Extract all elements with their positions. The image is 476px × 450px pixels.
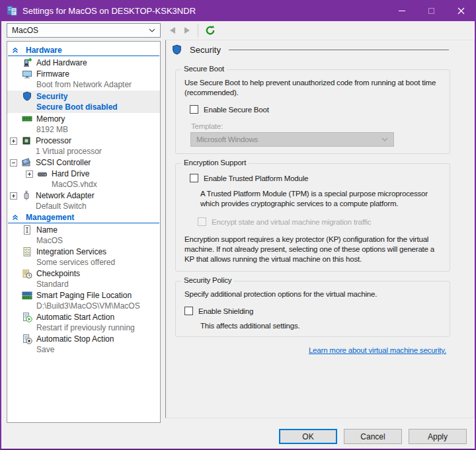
expand-plus-icon[interactable]	[10, 192, 17, 200]
integration-services-icon	[22, 246, 32, 257]
sidebar-item-auto-start[interactable]: Automatic Start Action Restart if previo…	[7, 312, 160, 333]
enable-shielding-row: Enable Shielding	[184, 307, 443, 315]
ok-button[interactable]: OK	[279, 429, 337, 444]
refresh-icon	[205, 25, 216, 36]
toolbar: MacOS	[1, 21, 475, 40]
close-button[interactable]	[446, 0, 476, 21]
group-title: Secure Boot	[181, 65, 227, 73]
encrypt-traffic-row: Encrypt state and virtual machine migrat…	[198, 217, 443, 226]
chevron-down-icon	[149, 28, 155, 32]
toolbar-separator	[198, 24, 198, 37]
title-bar[interactable]: Settings for MacOS on DESKTOP-KSK3NDR	[0, 0, 476, 21]
enable-shielding-checkbox[interactable]	[184, 307, 193, 315]
sidebar-item-add-hardware[interactable]: Add Hardware	[7, 57, 160, 68]
item-sublabel: Standard	[36, 279, 80, 289]
item-label: Hard Drive	[52, 169, 97, 179]
firmware-icon	[22, 69, 32, 79]
minimize-button[interactable]	[387, 0, 416, 21]
security-shield-icon	[22, 91, 32, 102]
sidebar-item-firmware[interactable]: Firmware Boot from Network Adapter	[7, 69, 160, 90]
dialog-body: Hardware Add Hardware Firmware Boot from…	[1, 40, 475, 449]
minimize-icon	[399, 11, 405, 11]
smart-paging-icon	[22, 290, 32, 301]
shielding-note: This affects additional settings.	[200, 322, 443, 330]
pane-header: Security	[171, 44, 449, 56]
item-label: Integration Services	[36, 246, 115, 257]
expand-plus-icon[interactable]	[26, 170, 33, 178]
add-hardware-icon	[22, 57, 32, 68]
sidebar-item-integration-services[interactable]: Integration Services Some services offer…	[7, 246, 160, 268]
link-row: Learn more about virtual machine securit…	[175, 346, 450, 354]
enable-secure-boot-row: Enable Secure Boot	[190, 105, 443, 114]
item-label: Automatic Start Action	[36, 312, 135, 322]
learn-more-link[interactable]: Learn more about virtual machine securit…	[309, 346, 446, 354]
refresh-button[interactable]	[205, 25, 216, 36]
item-sublabel: MacOS	[36, 235, 63, 246]
sidebar-item-hard-drive[interactable]: Hard Drive MacOS.vhdx	[7, 169, 160, 190]
encrypt-traffic-checkbox	[198, 217, 206, 226]
network-adapter-icon	[21, 190, 32, 201]
item-label: Add Hardware	[36, 57, 87, 68]
kp-description: Encryption support requires a key protec…	[184, 235, 443, 264]
settings-pane: Security Secure Boot Use Secure Boot to …	[165, 40, 475, 418]
vm-selector-combobox[interactable]: MacOS	[7, 23, 161, 38]
checkbox-label: Encrypt state and virtual machine migrat…	[212, 218, 371, 226]
group-title: Encryption Support	[181, 159, 249, 167]
item-sublabel: Secure Boot disabled	[36, 102, 118, 112]
item-label: Network Adapter	[36, 190, 95, 201]
policy-description: Specify additional protection options fo…	[184, 289, 443, 299]
collapse-minus-icon[interactable]	[10, 159, 17, 167]
vm-selector-value: MacOS	[12, 26, 149, 35]
checkpoints-icon	[22, 268, 32, 279]
item-label: Memory	[36, 114, 68, 124]
cancel-button[interactable]: Cancel	[344, 429, 402, 444]
chevron-down-icon	[381, 137, 388, 141]
item-sublabel: Save	[36, 344, 114, 355]
sidebar-section-management[interactable]: Management	[7, 212, 160, 223]
item-sublabel: Boot from Network Adapter	[36, 79, 132, 90]
forward-button	[184, 27, 190, 34]
back-button	[170, 27, 175, 34]
item-label: SCSI Controller	[36, 157, 91, 168]
item-sublabel: MacOS.vhdx	[52, 179, 97, 190]
sidebar-item-auto-stop[interactable]: Automatic Stop Action Save	[7, 334, 160, 355]
memory-icon	[22, 114, 32, 124]
secure-boot-group: Secure Boot Use Secure Boot to help prev…	[175, 69, 450, 154]
secure-boot-description: Use Secure Boot to help prevent unauthor…	[184, 78, 443, 98]
collapse-chevron-icon[interactable]	[11, 46, 19, 54]
item-label: Checkpoints	[36, 268, 80, 279]
sidebar-item-smart-paging[interactable]: Smart Paging File Location D:\Build3\Mac…	[7, 290, 160, 311]
pane-title: Security	[190, 45, 221, 55]
encryption-support-group: Encryption Support Enable Trusted Platfo…	[175, 163, 450, 272]
sidebar-item-network-adapter[interactable]: Network Adapter Default Switch	[7, 190, 160, 211]
enable-secure-boot-checkbox[interactable]	[190, 105, 198, 114]
item-label: Smart Paging File Location	[36, 290, 140, 301]
tpm-description: A Trusted Platform Module (TPM) is a spe…	[200, 189, 443, 209]
sidebar-item-memory[interactable]: Memory 8192 MB	[7, 114, 160, 135]
checkbox-label: Enable Shielding	[198, 307, 253, 315]
security-shield-icon	[171, 44, 182, 56]
back-arrow-icon	[170, 27, 175, 34]
section-label: Hardware	[26, 46, 62, 55]
auto-start-icon	[22, 312, 32, 322]
item-label: Firmware	[36, 69, 132, 79]
item-label: Name	[36, 225, 63, 235]
close-icon	[457, 7, 465, 15]
sidebar-item-name[interactable]: Name MacOS	[7, 225, 160, 246]
auto-stop-icon	[22, 334, 32, 344]
sidebar-item-checkpoints[interactable]: Checkpoints Standard	[7, 268, 160, 289]
apply-button[interactable]: Apply	[409, 429, 467, 444]
sidebar-nav: Hardware Add Hardware Firmware Boot from…	[7, 41, 161, 423]
expand-plus-icon[interactable]	[10, 137, 17, 145]
collapse-chevron-icon[interactable]	[11, 213, 19, 221]
name-file-icon	[22, 225, 32, 235]
sidebar-section-hardware[interactable]: Hardware	[7, 45, 160, 56]
sidebar-item-scsi-controller[interactable]: SCSI Controller	[7, 157, 160, 168]
sidebar-item-processor[interactable]: Processor 1 Virtual processor	[7, 135, 160, 157]
enable-tpm-checkbox[interactable]	[190, 174, 198, 182]
window-title: Settings for MacOS on DESKTOP-KSK3NDR	[22, 6, 387, 16]
sidebar-item-security[interactable]: Security Secure Boot disabled	[7, 91, 160, 113]
maximize-icon	[428, 8, 434, 14]
settings-window: Settings for MacOS on DESKTOP-KSK3NDR Ma…	[0, 0, 476, 450]
checkbox-label: Enable Secure Boot	[204, 106, 269, 114]
